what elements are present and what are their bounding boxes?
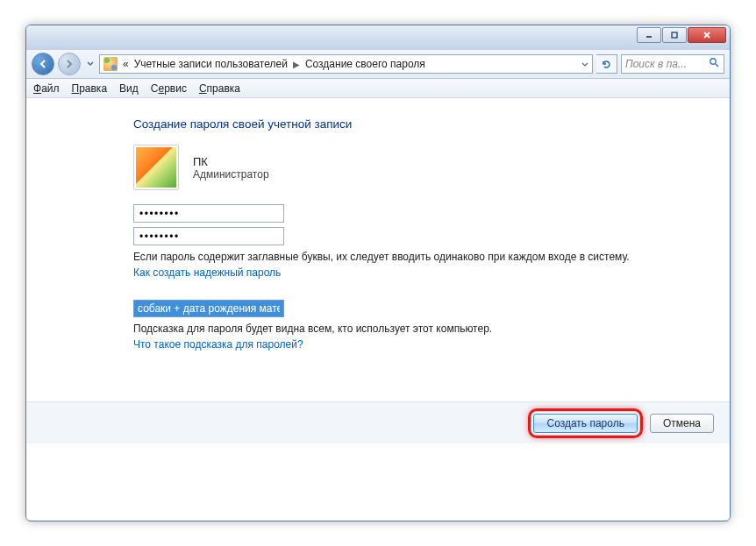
cancel-button[interactable]: Отмена [650,414,714,433]
blank-area [26,443,730,520]
window: « Учетные записи пользователей ▶ Создани… [25,25,731,521]
addressbar: « Учетные записи пользователей ▶ Создани… [26,50,730,79]
titlebar [26,25,730,50]
close-button[interactable] [688,27,726,43]
user-info: ПК Администратор [193,155,269,181]
chevron-down-icon [581,62,588,67]
back-icon [38,59,48,69]
menu-file[interactable]: Файл [33,82,60,95]
nav-history-dropdown[interactable] [84,54,96,74]
breadcrumb-prefix: « [123,58,129,70]
minimize-button[interactable] [637,27,661,43]
content-area: Создание пароля своей учетной записи ПК … [26,98,730,401]
user-role: Администратор [193,168,269,181]
menu-edit[interactable]: Правка [72,82,108,95]
refresh-icon [601,59,612,70]
close-icon [703,31,711,39]
forward-icon [64,59,75,69]
breadcrumb-item-create-password[interactable]: Создание своего пароля [305,58,425,70]
chevron-right-icon: ▶ [293,60,300,69]
link-what-is-hint[interactable]: Что такое подсказка для паролей? [133,338,303,351]
menu-help[interactable]: Справка [199,82,240,95]
link-strong-password[interactable]: Как создать надежный пароль [133,266,281,279]
menubar: Файл Правка Вид Сервис Справка [26,79,730,98]
svg-rect-1 [672,32,677,38]
avatar-image [136,147,176,188]
chevron-down-icon [87,61,94,67]
breadcrumb[interactable]: « Учетные записи пользователей ▶ Создани… [99,54,593,74]
menu-view[interactable]: Вид [119,82,139,95]
create-password-button[interactable]: Создать пароль [533,414,637,433]
footer: Создать пароль Отмена [26,401,730,443]
page-title: Создание пароля своей учетной записи [133,117,705,131]
control-panel-icon [103,57,118,71]
highlight-annotation: Создать пароль [528,408,642,438]
svg-point-4 [710,59,716,64]
search-placeholder: Поиск в па... [625,58,687,70]
user-name: ПК [193,155,269,168]
search-input[interactable]: Поиск в па... [621,54,724,74]
back-button[interactable] [32,53,54,75]
new-password-field[interactable] [133,204,284,223]
window-controls [636,27,726,43]
breadcrumb-item-accounts[interactable]: Учетные записи пользователей [134,58,288,70]
confirm-password-field[interactable] [133,227,284,245]
address-dropdown[interactable] [581,58,588,70]
search-icon [709,57,720,71]
refresh-button[interactable] [596,54,617,74]
user-block: ПК Администратор [133,145,705,190]
avatar [133,145,179,190]
caps-warning: Если пароль содержит заглавные буквы, их… [133,251,705,263]
forward-button[interactable] [58,53,81,75]
minimize-icon [645,31,653,39]
svg-line-5 [716,64,718,67]
menu-tools[interactable]: Сервис [151,82,187,95]
hint-visibility-note: Подсказка для пароля будет видна всем, к… [133,323,705,335]
password-hint-field[interactable] [133,300,284,317]
maximize-button[interactable] [662,27,687,43]
maximize-icon [670,31,679,39]
